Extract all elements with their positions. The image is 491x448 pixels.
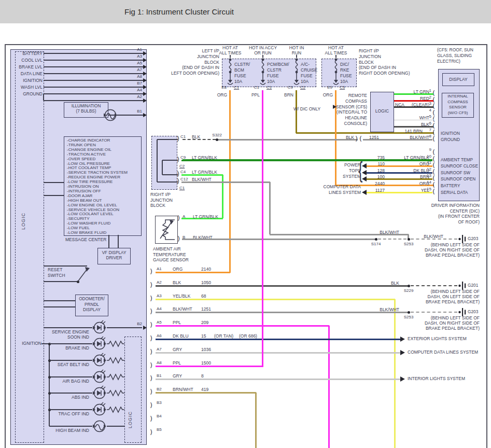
cluster-pin-line [44, 100, 143, 101]
thermistor-icon [157, 218, 177, 242]
connector-circuit: 8 [201, 374, 204, 379]
indicator-led-icon [92, 386, 107, 400]
connector-wire-label: PPL [173, 320, 181, 325]
dic-wire-label: 141 BRN [319, 129, 423, 134]
indicator-led-icon [92, 354, 107, 367]
B1-wire [156, 379, 400, 380]
connector-pin-icon: ) [150, 402, 152, 409]
high-beam-bulb-icon [92, 419, 107, 433]
message-center-item: -SECURITY [67, 217, 90, 221]
cluster-pin-id: B1 [38, 109, 142, 114]
s322-dot [216, 138, 218, 141]
cluster-input-label: COOL LVL [0, 58, 43, 63]
dic-pin-function: SUNROOF CLOSE [441, 164, 478, 168]
fuse-icon [260, 56, 266, 86]
message-center-item: -HOT COOLANT TEMP [67, 166, 111, 170]
ground-location: (BEHIND LEFT SIDE OF [376, 289, 480, 294]
ground-name-label: G201 [468, 283, 478, 287]
message-center-item: -LOW COOLANT LEVEL [67, 212, 114, 216]
odometer-line [44, 300, 75, 301]
right-junction-label: BLOCK [359, 60, 374, 65]
dic-wire-label: WHT [326, 116, 429, 120]
connector-wire-label: GRY [173, 347, 182, 352]
ground-location: (BEHIND LEFT SIDE OF [376, 316, 480, 320]
fuse-name-label: FUSE [267, 74, 279, 78]
ltgrnblk-735-wire [181, 160, 432, 161]
cluster-pin-arrow-icon [143, 113, 147, 117]
data-lines-label: COMPUTER DATA [257, 185, 361, 189]
dic-pin-connector-icon: ( [432, 188, 435, 195]
connector-circuit: 209 [201, 320, 208, 325]
ground-wire-label: BLK/WHT [296, 307, 399, 312]
message-center-item: -TRUNK OPEN [67, 143, 96, 147]
ground-location: DASH, ON RIGHT SIDE OF [376, 321, 480, 326]
ground-location: BRAKE PEDAL BRACKET) [376, 253, 480, 258]
connector-wire-label: BRN/WHT [173, 387, 193, 392]
vf-display-label: DRIVER [62, 256, 166, 260]
connector-pin-id: A3 [157, 294, 162, 298]
dic-caption: (IN FRONT CENTER [376, 214, 480, 219]
dic-wire-label: BLK [326, 122, 429, 127]
cluster-input-label: DATA LINE [0, 72, 43, 76]
connector-pin-icon: ) [150, 429, 152, 436]
connector-pin-id: A8 [157, 361, 162, 365]
wire-line [157, 181, 178, 183]
connector-pin-icon: ) [150, 335, 152, 342]
connector-wire-label: YEL/BLK [173, 294, 191, 299]
dic-caption: DRIVER INFORMATION [376, 203, 480, 208]
indicator-label: SOON IND [0, 335, 89, 340]
dic-wire-label: LT GRN [326, 90, 429, 94]
fuse-name-label: FUSE [340, 74, 352, 78]
indicator-label: AIR BAG IND [0, 379, 89, 384]
S229-dot [408, 285, 410, 287]
ground-wire-label: BLK/WHT [340, 234, 443, 239]
reset-line [44, 281, 78, 282]
system-arrow-icon [400, 376, 405, 382]
cluster-pin-id: B7 [38, 81, 142, 86]
junction2-caption: BLOCK [150, 203, 165, 208]
ground-location: (BEHIND LEFT SIDE OF [376, 243, 480, 247]
fuse-name-label: A/C- [301, 62, 310, 67]
fuse-name-label: 10A [340, 79, 348, 84]
indicator-line [49, 360, 92, 361]
connector-pin-icon: ) [150, 295, 152, 302]
indicator-logic-label: LOGIC [128, 411, 133, 428]
wire-line-v [108, 235, 109, 248]
message-center-item: -LOW TIRE PRESSURE [67, 180, 113, 184]
connector-pin-id: A7 [157, 347, 162, 352]
page: Fig 1: Instrument Cluster Circuit LOGICA… [0, 0, 491, 448]
fuse-name-label: FUSE [234, 74, 246, 78]
message-center-item: -SERVICE VEHICLE SOON [67, 208, 119, 212]
connector-pin-id: B2 [157, 387, 162, 391]
cluster-input-label: BATTERY [0, 51, 43, 56]
data-lines-label: LINES SYSTEM [257, 190, 361, 195]
connector-pin-icon: ) [150, 268, 152, 275]
dic-pin-function: GROUND [441, 137, 460, 142]
fuse-name-label: 10A [234, 79, 242, 84]
indicator-led-icon [92, 337, 107, 351]
right-junction-label: (END OF DASH IN [359, 65, 396, 70]
indicator-label: ABS IND [0, 395, 89, 400]
junction2-pin-icon: ) [177, 171, 179, 177]
power-tops-brace: { [358, 159, 362, 181]
indicator-led-icon [92, 403, 107, 416]
reset-switch-label: RESET [48, 268, 62, 272]
ses-line [107, 327, 142, 328]
ground-bracket-line [43, 94, 44, 101]
wire-line [157, 139, 178, 140]
connector-pin-id: B3 [157, 401, 162, 405]
system-dest-label: EXTERIOR LIGHTS SYSTEM [408, 337, 467, 341]
connector-wire-label: ORG [173, 267, 183, 272]
power-tops-label: TOPS [257, 169, 361, 173]
wire-dashed [411, 312, 457, 313]
ground-name-label: G203 [468, 310, 478, 314]
fuse-icon [333, 56, 339, 86]
cluster-pin-arrow-icon [143, 78, 147, 82]
fuse-icon [293, 56, 300, 86]
fuse-name-label: PCM/BCM/ [267, 62, 289, 67]
message-center-item: -LOW FUEL [67, 226, 90, 230]
dic-caption: OF ROOF) [376, 220, 480, 225]
wire-line-v [162, 160, 163, 175]
ground-wire-label: BLK [296, 281, 399, 286]
junction2-caption: RIGHT I/P [150, 192, 171, 197]
